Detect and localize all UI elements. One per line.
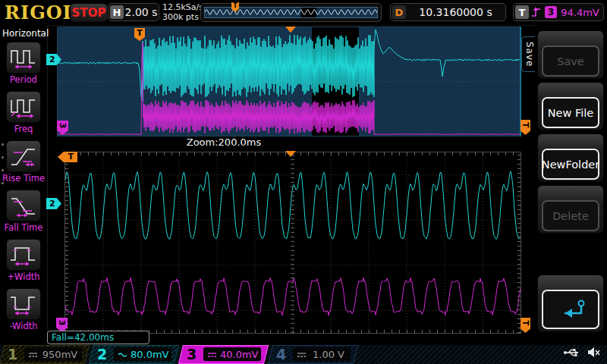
channel-1-number: 1 [8,345,17,364]
ruler-right [517,152,521,333]
oscilloscope-screen: RIGOL STOP H 2.00 s 12.5kSa/s 300k pts T… [0,0,607,364]
minus-width-icon [9,293,38,315]
channel-2-tab[interactable]: 2 80.0mV [91,345,177,364]
new-file-button[interactable]: New File [537,82,604,130]
right-soft-menu: Save New File NewFolder Delete [536,25,607,345]
channel-3-scale: 40.0mV [203,347,261,361]
horizontal-timebase-box[interactable]: H 2.00 s [108,3,159,21]
ruler-left [65,152,68,333]
channel-2-number: 2 [97,345,107,364]
menu-item-minus-width[interactable]: -Width [0,288,47,331]
dc-coupling-icon [297,351,307,358]
channel-4-scale: 1.00 V [293,347,351,361]
left-function-menu: Horizontal Period Freq [0,25,48,345]
preview-waveform [205,8,378,17]
ac-coupling-icon [118,351,127,358]
timebase-value: 2.00 s [124,6,159,18]
main-waveform-window [57,27,521,136]
zoom-ch2-position-marker[interactable]: 2 [46,198,61,209]
ruler-center [291,152,294,333]
run-state-indicator[interactable]: STOP [70,3,108,23]
channel-3-tab[interactable]: 3 40.0mV [181,345,266,364]
rise-time-icon [9,145,38,168]
main-trigger-level-marker[interactable]: T [521,120,530,135]
menu-item-freq[interactable]: Freq [0,91,47,134]
zoom-delay-marker[interactable] [285,151,296,157]
delay-badge: D [392,5,406,19]
zoom-waveform-window [64,152,521,334]
sample-rate: 12.5kSa/s [162,2,203,12]
top-status-bar: RIGOL STOP H 2.00 s 12.5kSa/s 300k pts T… [0,0,607,26]
trigger-edge-icon [531,6,542,18]
status-icons [563,347,601,358]
menu-item-period[interactable]: Period [0,42,47,85]
usb-icon [563,347,581,358]
zoom-trigger-level-marker[interactable]: T [521,318,530,333]
trigger-box[interactable]: T 3 94.4mV [513,3,604,21]
menu-item-rise-time[interactable]: Rise Time [0,140,47,184]
channel-3-number: 3 [187,345,197,364]
dc-coupling-icon [28,351,38,358]
acquisition-info: 12.5kSa/s 300k pts [162,2,203,22]
dc-coupling-icon [207,351,217,358]
return-arrow-icon [554,298,587,321]
menu-item-plus-width[interactable]: +Width [0,239,47,282]
memory-depth: 300k pts [162,12,203,22]
left-menu-title: Horizontal [0,25,47,39]
menu-page-dot [2,156,4,158]
channel-2-scale: 80.0mV [114,347,171,361]
period-icon [9,46,38,69]
horizontal-badge: H [110,5,124,19]
fall-time-icon [9,194,38,217]
channel-4-number: 4 [276,345,286,364]
zoom-timebase-label: Zoom:200.0ms [167,136,281,148]
waveform-preview-strip [204,7,378,18]
trigger-source-badge: 3 [545,6,557,18]
measurement-readout: Fall=42.00ms [47,331,149,344]
menu-page-dot [2,169,4,171]
save-button[interactable]: Save [537,30,604,79]
new-folder-button[interactable]: NewFolder [537,133,604,182]
waveform-preview-box[interactable]: T [200,3,382,22]
channel-4-tab[interactable]: 4 1.00 V [270,345,356,364]
delay-value: 10.3160000 s [406,6,505,18]
delay-box: D 10.3160000 s [390,3,506,21]
channel-1-scale: 950mV [24,347,82,361]
delete-button[interactable]: Delete [537,185,604,234]
rigol-logo: RIGOL [5,2,76,24]
menu-page-dot [2,143,4,146]
speaker-muted-icon [587,347,601,358]
trigger-level-value: 94.4mV [557,7,603,18]
zoom-trigger-offscreen-marker[interactable]: T [58,152,77,162]
main-waveform-plot [58,27,521,136]
main-delay-marker[interactable] [285,27,296,33]
channel-status-bar: 1 950mV 2 80.0mV 3 [0,345,607,364]
menu-page-dot [2,182,4,184]
trigger-badge: T [515,5,529,19]
back-button[interactable] [537,275,604,332]
freq-icon [9,96,38,118]
save-menu-tab[interactable]: Save [521,36,535,72]
plus-width-icon [9,243,38,266]
channel-1-tab[interactable]: 1 950mV [2,345,87,364]
menu-item-fall-time[interactable]: Fall Time [0,190,47,233]
